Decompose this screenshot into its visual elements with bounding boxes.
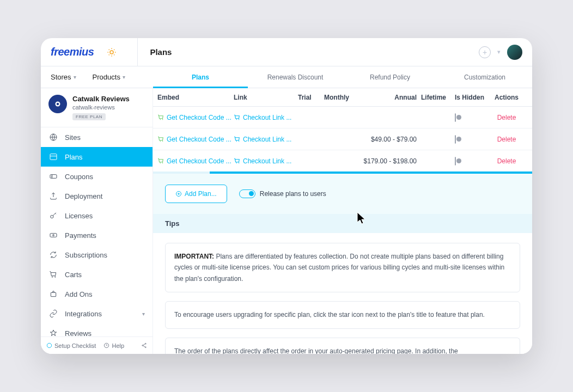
header: freemius Plans + ▾ [41, 38, 532, 66]
delete-link[interactable]: Delete [497, 157, 516, 165]
tip-item: The order of the plans directly affect t… [165, 338, 520, 354]
tab-customization[interactable]: Customization [437, 66, 532, 88]
product-slug: catwalk-reviews [72, 104, 130, 111]
sidebar-item-addons[interactable]: Add Ons [41, 284, 153, 304]
table-row: Get Checkout Code ... Checkout Link ... … [153, 150, 532, 172]
sidebar-item-deployment[interactable]: Deployment [41, 186, 153, 206]
table-row: Get Checkout Code ... Checkout Link ... … [153, 128, 532, 150]
hidden-toggle[interactable] [455, 157, 456, 166]
svg-rect-8 [50, 234, 57, 237]
sidebar-item-carts[interactable]: Carts [41, 265, 153, 284]
sidebar-item-sites[interactable]: Sites [41, 127, 153, 147]
key-icon [48, 211, 58, 220]
upload-icon [48, 191, 58, 201]
hidden-toggle[interactable] [455, 135, 456, 144]
table-row: Get Checkout Code ... Checkout Link ... … [153, 107, 532, 128]
col-actions: Actions [491, 94, 522, 101]
col-hidden: Is Hidden [455, 94, 491, 101]
actions-row: Add Plan... Release plans to users [153, 174, 532, 214]
product-name: Catwalk Reviews [72, 95, 130, 103]
col-lifetime: Lifetime [421, 94, 455, 101]
main-content: Embed Link Trial Monthly Annual Lifetime… [153, 88, 532, 354]
get-checkout-code-link[interactable]: Get Checkout Code ... [157, 136, 234, 143]
svg-point-14 [142, 345, 143, 346]
sidebar-item-plans[interactable]: Plans [41, 147, 153, 167]
theme-toggle-icon[interactable] [107, 47, 117, 57]
refresh-icon [48, 250, 58, 260]
annual-price: $179.00 - $198.00 [362, 157, 421, 165]
sidebar-item-reviews[interactable]: Reviews [41, 323, 153, 336]
svg-point-9 [53, 235, 54, 236]
products-dropdown[interactable]: Products ▾ [93, 73, 125, 81]
tip-item: IMPORTANT: Plans are differentiated by f… [165, 243, 520, 292]
svg-point-3 [57, 103, 59, 106]
col-link: Link [234, 94, 298, 101]
delete-link[interactable]: Delete [497, 114, 516, 121]
sidebar-item-coupons[interactable]: Coupons [41, 167, 153, 186]
tabs: Plans Renewals Discount Refund Policy Cu… [153, 66, 532, 88]
header-dropdown-icon[interactable]: ▾ [497, 48, 501, 56]
tab-renewals[interactable]: Renewals Discount [248, 66, 343, 88]
svg-rect-10 [51, 292, 56, 296]
col-monthly: Monthly [324, 94, 362, 101]
col-embed: Embed [153, 94, 234, 101]
money-icon [48, 230, 58, 240]
sidebar: Catwalk Reviews catwalk-reviews FREE PLA… [41, 88, 153, 354]
svg-point-7 [51, 215, 53, 218]
checkout-link[interactable]: Checkout Link ... [234, 157, 298, 165]
plan-badge: FREE PLAN [72, 113, 106, 120]
sidebar-item-subscriptions[interactable]: Subscriptions [41, 245, 153, 265]
help-link[interactable]: Help [103, 342, 124, 349]
coupon-icon [48, 171, 58, 181]
star-icon [48, 328, 58, 336]
puzzle-icon [48, 289, 58, 299]
col-annual: Annual [362, 94, 421, 101]
col-trial: Trial [298, 94, 324, 101]
app-window: freemius Plans + ▾ Stores ▾ Products ▾ P… [41, 38, 532, 354]
tips-header: Tips [153, 214, 532, 233]
annual-price: $49.00 - $79.00 [362, 136, 421, 143]
add-button[interactable]: + [479, 46, 491, 58]
add-plan-button[interactable]: Add Plan... [165, 185, 227, 203]
logo: freemius [51, 46, 94, 58]
svg-rect-6 [50, 175, 57, 179]
checkout-link[interactable]: Checkout Link ... [234, 114, 298, 121]
sidebar-item-payments[interactable]: Payments [41, 225, 153, 245]
page-title: Plans [137, 38, 172, 66]
svg-point-0 [110, 51, 113, 54]
sidebar-item-licenses[interactable]: Licenses [41, 206, 153, 225]
tab-plans[interactable]: Plans [153, 66, 248, 88]
globe-icon [48, 132, 58, 142]
tip-item: To encourage users upgrading for specifi… [165, 301, 520, 328]
hidden-toggle[interactable] [455, 113, 456, 122]
stores-dropdown[interactable]: Stores ▾ [51, 73, 76, 81]
product-block[interactable]: Catwalk Reviews catwalk-reviews FREE PLA… [41, 88, 153, 127]
cart-icon [48, 270, 58, 279]
release-toggle[interactable] [239, 189, 255, 198]
svg-point-13 [145, 343, 146, 344]
svg-point-11 [47, 343, 51, 347]
setup-checklist-link[interactable]: Setup Checklist [46, 342, 96, 349]
user-avatar[interactable] [507, 45, 522, 60]
get-checkout-code-link[interactable]: Get Checkout Code ... [157, 157, 234, 165]
product-avatar-icon [48, 95, 67, 113]
top-nav: Stores ▾ Products ▾ Plans Renewals Disco… [41, 66, 532, 88]
sidebar-item-integrations[interactable]: Integrations▾ [41, 304, 153, 323]
sidebar-footer: Setup Checklist Help [41, 336, 153, 354]
tab-refund[interactable]: Refund Policy [343, 66, 437, 88]
svg-rect-5 [50, 154, 57, 160]
release-label: Release plans to users [260, 190, 326, 198]
link-icon [48, 309, 58, 318]
table-header: Embed Link Trial Monthly Annual Lifetime… [153, 88, 532, 107]
get-checkout-code-link[interactable]: Get Checkout Code ... [157, 114, 234, 121]
checkout-link[interactable]: Checkout Link ... [234, 136, 298, 143]
share-icon[interactable] [141, 342, 147, 348]
chevron-down-icon: ▾ [142, 311, 145, 317]
tips-body: IMPORTANT: Plans are differentiated by f… [153, 233, 532, 354]
svg-point-15 [145, 347, 146, 348]
plans-icon [48, 152, 58, 162]
delete-link[interactable]: Delete [497, 136, 516, 143]
